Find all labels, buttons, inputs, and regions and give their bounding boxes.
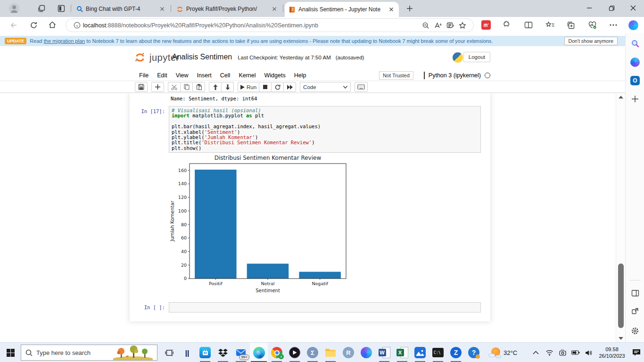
save-button[interactable] xyxy=(135,82,148,92)
refresh-button[interactable] xyxy=(26,18,41,32)
tab-actions-button[interactable] xyxy=(54,2,68,15)
zoom-out-icon[interactable] xyxy=(420,20,432,31)
menu-widgets[interactable]: Widgets xyxy=(260,72,290,79)
excel-button[interactable]: X xyxy=(393,343,411,362)
new-tab-button[interactable] xyxy=(403,2,417,15)
notebook-scroll-area[interactable]: Name: Sentiment, dtype: int64 In [17]: #… xyxy=(0,93,616,342)
sidebar-m365-button[interactable] xyxy=(629,57,641,68)
sidebar-settings-button[interactable] xyxy=(629,325,641,337)
tab-close-icon[interactable] xyxy=(271,5,278,13)
cell-type-select[interactable]: Code xyxy=(300,82,351,92)
paste-cells-button[interactable] xyxy=(192,82,205,92)
battery-tray-button[interactable] xyxy=(570,343,582,362)
interrupt-kernel-button[interactable] xyxy=(259,82,272,92)
math-app-button[interactable]: Σ xyxy=(304,343,322,362)
move-cell-down-button[interactable] xyxy=(221,82,234,92)
cut-cell-button[interactable] xyxy=(168,82,181,92)
microsoft-store-button[interactable] xyxy=(196,343,214,362)
sidebar-outlook-button[interactable]: O xyxy=(629,75,641,86)
menu-help[interactable]: Help xyxy=(290,72,311,79)
scroll-down-arrow[interactable] xyxy=(618,336,624,341)
kernel-name[interactable]: Python 3 (ipykernel) xyxy=(429,72,481,79)
logout-button[interactable]: Logout xyxy=(463,52,490,62)
back-button[interactable] xyxy=(7,18,21,32)
volume-tray-button[interactable] xyxy=(582,343,595,362)
restart-kernel-button[interactable] xyxy=(271,82,284,92)
collections-button[interactable] xyxy=(564,18,578,32)
empty-code-input[interactable] xyxy=(169,302,481,313)
menu-insert[interactable]: Insert xyxy=(193,72,216,79)
not-trusted-button[interactable]: Not Trusted xyxy=(379,71,413,80)
copy-cells-button[interactable] xyxy=(180,82,193,92)
command-palette-button[interactable] xyxy=(355,82,368,92)
tab-proyek[interactable]: Proyek Rafif/Proyek Python/ xyxy=(173,2,282,16)
word-button[interactable]: W xyxy=(375,343,393,362)
get-help-button[interactable]: ? xyxy=(465,343,483,362)
copilot-button[interactable] xyxy=(626,18,640,32)
camera-indicator-button[interactable] xyxy=(556,343,569,362)
r-app-button[interactable]: R xyxy=(339,343,357,362)
code-input-area[interactable]: # Visualisasi hasil (opsional)import mat… xyxy=(169,106,481,153)
weather-widget[interactable]: 32°C xyxy=(487,343,523,362)
read-aloud-icon[interactable] xyxy=(432,20,444,31)
chrome-taskbar-button[interactable]: r xyxy=(268,343,286,362)
action-center-button[interactable] xyxy=(629,343,644,362)
tray-expand-button[interactable] xyxy=(530,343,541,362)
edge-taskbar-button[interactable] xyxy=(250,343,268,362)
close-window-button[interactable] xyxy=(622,0,644,16)
dismiss-notification-button[interactable]: Don't show anymore xyxy=(564,37,618,45)
site-info-icon[interactable] xyxy=(71,20,83,31)
tab-analisis-sentimen-active[interactable]: Analisis Sentimen - Jupyter Note xyxy=(285,2,399,17)
start-button[interactable] xyxy=(0,343,21,362)
pinned-app-vertical-bars[interactable]: || xyxy=(178,343,196,362)
tab-close-icon[interactable] xyxy=(158,5,166,13)
sidebar-open-external[interactable] xyxy=(629,305,641,317)
migration-plan-link[interactable]: the migration plan xyxy=(44,38,85,44)
sidebar-search-button[interactable] xyxy=(629,38,641,49)
menu-edit[interactable]: Edit xyxy=(153,72,172,79)
taskbar-clock[interactable]: 09.58 26/10/2023 xyxy=(595,343,629,362)
sidebar-panel-toggle[interactable] xyxy=(629,288,641,299)
menu-view[interactable]: View xyxy=(172,72,193,79)
notebook-title[interactable]: Analisis Sentimen xyxy=(172,53,232,61)
scrollbar-thumb[interactable] xyxy=(618,263,624,328)
file-explorer-button[interactable] xyxy=(322,343,339,362)
home-button[interactable] xyxy=(45,18,59,32)
mail-app-button[interactable]: 99+ xyxy=(232,343,250,362)
browser-essentials-button[interactable] xyxy=(585,18,599,32)
restore-button[interactable] xyxy=(601,0,622,16)
task-view-button[interactable] xyxy=(160,343,178,362)
taskbar-search-box[interactable]: Type here to search xyxy=(21,345,157,361)
minimize-button[interactable] xyxy=(578,0,600,16)
menu-kernel[interactable]: Kernel xyxy=(234,72,260,79)
settings-more-button[interactable] xyxy=(606,18,620,32)
run-cell-button[interactable]: Run xyxy=(238,82,259,92)
immersive-reader-icon[interactable] xyxy=(444,20,456,31)
photos-button[interactable] xyxy=(411,343,429,362)
restart-run-all-button[interactable] xyxy=(283,82,296,92)
add-cell-button[interactable] xyxy=(151,82,164,92)
tab-close-icon[interactable] xyxy=(388,6,395,13)
favorite-star-icon[interactable] xyxy=(456,20,469,31)
split-screen-button[interactable] xyxy=(521,18,536,32)
office-app-button[interactable] xyxy=(357,343,375,362)
menu-cell[interactable]: Cell xyxy=(216,72,235,79)
browser-profile-button[interactable] xyxy=(7,2,21,15)
media-player-button[interactable] xyxy=(286,343,304,362)
dropbox-button[interactable] xyxy=(214,343,232,362)
wifi-tray-button[interactable] xyxy=(543,343,555,362)
page-scrollbar[interactable] xyxy=(616,93,625,342)
command-prompt-icon: C:\ xyxy=(432,348,444,357)
sidebar-add-button[interactable] xyxy=(629,93,641,105)
favorites-button[interactable] xyxy=(543,18,557,32)
tab-bing-chat[interactable]: Bing Chat with GPT-4 xyxy=(73,2,170,16)
move-cell-up-button[interactable] xyxy=(209,82,222,92)
menu-file[interactable]: File xyxy=(135,72,153,79)
scroll-up-arrow[interactable] xyxy=(618,95,624,99)
terminal-button[interactable]: C:\ xyxy=(429,343,447,362)
workspaces-button[interactable] xyxy=(34,2,49,15)
extensions-button[interactable] xyxy=(499,18,513,32)
z-app-button[interactable]: Z xyxy=(447,343,465,362)
extension-mendeley-button[interactable] xyxy=(479,18,493,32)
address-bar[interactable]: localhost:8888/notebooks/Proyek%20Rafif/… xyxy=(66,19,473,32)
